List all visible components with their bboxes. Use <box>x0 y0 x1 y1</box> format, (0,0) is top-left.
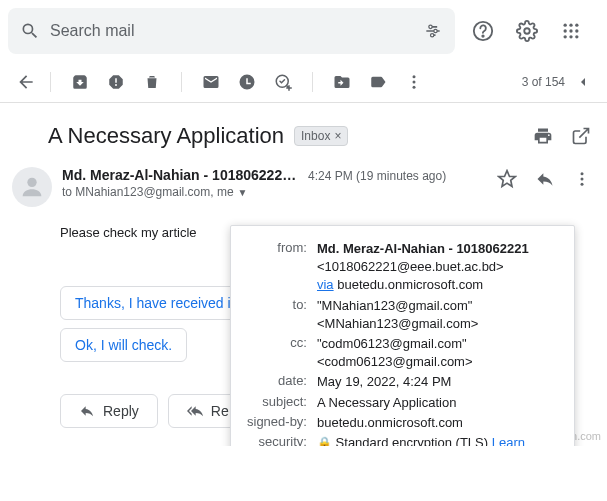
svg-point-7 <box>569 24 572 27</box>
recipients-summary: to MNahian123@gmail.com, me <box>62 185 234 199</box>
close-icon[interactable]: × <box>334 129 341 143</box>
labels-icon[interactable] <box>369 73 387 91</box>
svg-point-20 <box>581 172 584 175</box>
svg-point-22 <box>581 183 584 186</box>
open-new-window-icon[interactable] <box>571 126 591 146</box>
back-button[interactable] <box>16 72 46 92</box>
email-subject: A Necessary Application <box>48 123 284 149</box>
settings-icon[interactable] <box>507 11 547 51</box>
signed-value: buetedu.onmicrosoft.com <box>317 414 558 432</box>
avatar <box>12 167 52 207</box>
snooze-icon[interactable] <box>238 73 256 91</box>
security-label: security: <box>247 434 317 446</box>
svg-point-8 <box>575 24 578 27</box>
to-name: "MNahian123@gmail.com" <box>317 298 472 313</box>
separator <box>181 72 182 92</box>
older-icon[interactable] <box>575 74 591 90</box>
security-value: Standard encryption (TLS) <box>336 435 488 446</box>
svg-point-6 <box>564 24 567 27</box>
svg-point-21 <box>581 178 584 181</box>
signed-label: signed-by: <box>247 414 317 432</box>
support-icon[interactable] <box>463 11 503 51</box>
sender-name: Md. Meraz-Al-Nahian - 101806222… <box>62 167 296 183</box>
svg-point-19 <box>27 178 36 187</box>
subject-label: subject: <box>247 394 317 412</box>
pagination-text: 3 of 154 <box>522 75 575 89</box>
svg-point-14 <box>575 35 578 38</box>
message-more-icon[interactable] <box>573 170 591 188</box>
date-label: date: <box>247 373 317 391</box>
svg-point-1 <box>434 29 437 32</box>
svg-point-10 <box>569 29 572 32</box>
apps-icon[interactable] <box>551 11 591 51</box>
svg-point-11 <box>575 29 578 32</box>
subject-value: A Necessary Application <box>317 394 558 412</box>
move-to-icon[interactable] <box>333 73 351 91</box>
svg-point-18 <box>413 86 416 89</box>
search-options-icon[interactable] <box>423 21 443 41</box>
from-address: <1018062221@eee.buet.ac.bd> <box>317 259 504 274</box>
svg-point-2 <box>431 34 434 37</box>
svg-point-13 <box>569 35 572 38</box>
to-label: to: <box>247 297 317 333</box>
via-link[interactable]: via <box>317 277 334 292</box>
cc-label: cc: <box>247 335 317 371</box>
star-icon[interactable] <box>497 169 517 189</box>
smart-reply-2[interactable]: Ok, I will check. <box>60 328 187 362</box>
svg-point-5 <box>524 28 530 34</box>
from-label: from: <box>247 240 317 295</box>
print-icon[interactable] <box>533 126 553 146</box>
mark-unread-icon[interactable] <box>202 73 220 91</box>
show-details-icon[interactable]: ▼ <box>238 187 248 198</box>
search-icon <box>20 21 40 41</box>
to-address: <MNahian123@gmail.com> <box>317 316 478 331</box>
add-task-icon[interactable] <box>274 73 292 91</box>
label-text: Inbox <box>301 129 330 143</box>
details-popover: from: Md. Meraz-Al-Nahian - 1018062221 <… <box>230 225 575 446</box>
more-icon[interactable] <box>405 73 423 91</box>
sent-time: 4:24 PM (19 minutes ago) <box>308 169 446 183</box>
svg-point-4 <box>482 35 483 36</box>
svg-point-17 <box>413 81 416 84</box>
search-box[interactable] <box>8 8 455 54</box>
reply-icon[interactable] <box>535 169 555 189</box>
spam-icon[interactable] <box>107 73 125 91</box>
via-domain: buetedu.onmicrosoft.com <box>337 277 483 292</box>
delete-icon[interactable] <box>143 73 161 91</box>
smart-reply-1[interactable]: Thanks, I have received it. <box>60 286 253 320</box>
search-input[interactable] <box>50 22 413 40</box>
separator <box>312 72 313 92</box>
from-name: Md. Meraz-Al-Nahian - 1018062221 <box>317 241 529 256</box>
svg-point-16 <box>413 75 416 78</box>
date-value: May 19, 2022, 4:24 PM <box>317 373 558 391</box>
cc-name: "codm06123@gmail.com" <box>317 336 467 351</box>
svg-point-9 <box>564 29 567 32</box>
reply-button[interactable]: Reply <box>60 394 158 428</box>
svg-point-12 <box>564 35 567 38</box>
separator <box>50 72 51 92</box>
lock-icon: 🔒 <box>317 436 332 446</box>
reply-all-label: Re <box>211 403 229 419</box>
reply-label: Reply <box>103 403 139 419</box>
inbox-label-chip[interactable]: Inbox × <box>294 126 348 146</box>
archive-icon[interactable] <box>71 73 89 91</box>
cc-address: <codm06123@gmail.com> <box>317 354 473 369</box>
svg-point-0 <box>429 25 432 28</box>
